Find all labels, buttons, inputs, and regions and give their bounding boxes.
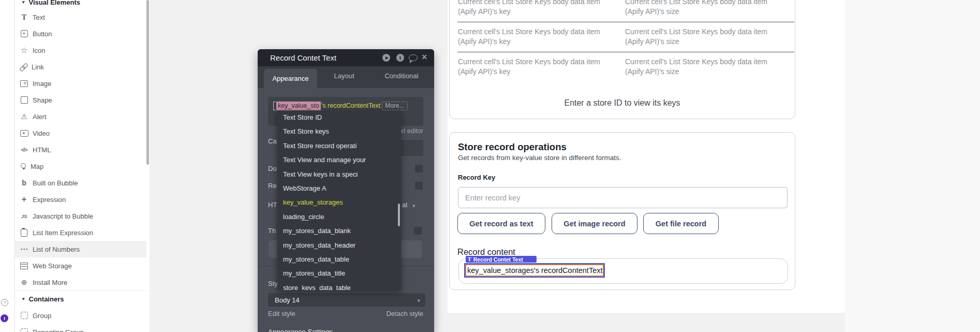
row-divider: [457, 52, 794, 52]
dropdown-scrollbar[interactable]: [398, 204, 400, 226]
dropdown-option[interactable]: WebStorage A: [277, 181, 401, 195]
selected-text-element[interactable]: key_value_storages's recordContentText: [465, 264, 604, 277]
sidebar-item-web-storage[interactable]: Web Storage: [15, 257, 146, 274]
text-icon: [20, 13, 28, 22]
dropdown-option[interactable]: Text Store record operati: [277, 139, 401, 153]
sidebar-item-built-on-bubble[interactable]: Built on Bubble: [15, 175, 146, 191]
video-icon: [20, 129, 28, 138]
dots-icon: [20, 245, 28, 254]
get-image-record-button[interactable]: Get image record: [552, 213, 637, 234]
sidebar-item-map[interactable]: Map: [15, 158, 146, 175]
html-tag-select-value[interactable]: al: [402, 201, 407, 209]
checkbox[interactable]: [415, 165, 423, 172]
rg-cell-size[interactable]: Current cell's List Store Keys body data…: [625, 57, 792, 77]
tab-layout[interactable]: Layout: [321, 72, 367, 80]
canvas-background-right: [845, 0, 980, 332]
sidebar-item-list-of-numbers[interactable]: List of Numbers: [15, 241, 146, 257]
dropdown-option-highlighted[interactable]: key_value_storages: [277, 195, 401, 209]
chevron-down-icon[interactable]: [412, 200, 415, 210]
dropdown-option[interactable]: my_stores_data_title: [277, 266, 401, 280]
sidebar-item-javascript-to-bubble[interactable]: Javascript to Bubble: [15, 208, 146, 224]
get-file-record-button[interactable]: Get file record: [643, 213, 719, 234]
dropdown-option[interactable]: Text Store ID: [277, 110, 401, 124]
dropdown-option[interactable]: store_keys_data_table: [277, 281, 401, 290]
selected-element-badge[interactable]: T Record Contet Text: [466, 256, 537, 263]
intercom-icon[interactable]: I: [1, 314, 8, 322]
field-label-do: Do: [268, 165, 277, 172]
dropdown-option[interactable]: loading_circle: [277, 210, 401, 224]
field-label-ca: Ca: [268, 137, 277, 145]
sidebar-item-video[interactable]: Video: [15, 125, 146, 141]
expression-rest[interactable]: 's recordContentText: [321, 102, 380, 109]
sidebar-item-group[interactable]: Group: [15, 307, 146, 324]
get-record-as-text-button[interactable]: Get record as text: [457, 213, 545, 234]
field-label-ht: HT: [268, 201, 277, 209]
comment-icon[interactable]: [409, 54, 418, 61]
checkbox[interactable]: [414, 227, 422, 235]
image-icon: [20, 79, 28, 88]
rg-cell-key[interactable]: Current cell's List Store Keys body data…: [458, 0, 625, 17]
preview-play-icon[interactable]: [382, 54, 390, 62]
style-section-label: Sty: [268, 280, 278, 287]
empty-state-message: Enter a store ID to view its keys: [449, 98, 795, 108]
field-label-re: Re: [268, 182, 277, 190]
detach-style-link[interactable]: Detach style: [386, 310, 423, 317]
help-icon[interactable]: ?: [1, 299, 8, 306]
install-plus-icon: [20, 278, 28, 287]
sidebar-item-list-item-expression[interactable]: List Item Expression: [15, 224, 146, 241]
style-select[interactable]: Body 14: [268, 293, 425, 307]
map-pin-icon: [20, 163, 26, 170]
sidebar-scrollbar[interactable]: [146, 0, 149, 165]
property-editor-panel: Record Contet Text × Appearance Layout C…: [258, 49, 434, 332]
sidebar-item-icon[interactable]: Icon: [15, 42, 146, 59]
sidebar-item-image[interactable]: Image: [15, 75, 146, 92]
alert-icon: [20, 112, 28, 121]
edit-style-link[interactable]: Edit style: [268, 310, 295, 317]
dropdown-option[interactable]: my_stores_data_header: [277, 238, 401, 252]
link-icon: [20, 63, 27, 71]
dropdown-option[interactable]: Text Store keys: [277, 124, 401, 138]
group-icon: [20, 311, 28, 320]
info-icon[interactable]: [396, 54, 404, 62]
record-key-label: Record Key: [458, 174, 495, 181]
card-subtitle: Get records from key-value store in diff…: [458, 154, 621, 162]
sidebar-item-repeating-group[interactable]: Repeating Group: [15, 324, 146, 332]
plus-icon: [20, 195, 28, 204]
sidebar-item-install-more[interactable]: Install More: [15, 274, 146, 291]
sidebar-item-link[interactable]: Link: [15, 59, 146, 75]
checkbox[interactable]: [415, 182, 423, 190]
dropdown-option[interactable]: Text View and manage your: [277, 153, 401, 167]
js-icon: [20, 212, 28, 221]
chevron-down-icon: [417, 295, 420, 305]
text-element-icon: T: [468, 257, 471, 262]
sidebar-item-alert[interactable]: Alert: [15, 108, 146, 125]
rg-cell-size[interactable]: Current cell's List Store Keys body data…: [625, 27, 792, 47]
dropdown-option[interactable]: my_stores_data_blank: [277, 224, 401, 238]
selected-expression-token[interactable]: key_value_sto: [276, 102, 321, 110]
sidebar-item-text[interactable]: Text: [15, 9, 146, 25]
rg-cell-key[interactable]: Current cell's List Store Keys body data…: [458, 27, 625, 47]
tab-conditional[interactable]: Conditional: [378, 72, 425, 80]
dropdown-option[interactable]: Text View keys in a speci: [277, 167, 401, 181]
autocomplete-dropdown: Text Store ID Text Store keys Text Store…: [277, 110, 401, 290]
rg-cell-size[interactable]: Current cell's List Store Keys body data…: [625, 0, 792, 17]
record-key-input[interactable]: [458, 187, 788, 208]
more-button[interactable]: More...: [382, 102, 407, 110]
shape-icon: [20, 96, 28, 105]
tab-appearance[interactable]: Appearance: [264, 69, 317, 88]
expression-line[interactable]: key_value_sto 's recordContentText More.…: [273, 100, 408, 111]
close-icon[interactable]: ×: [422, 52, 427, 63]
sidebar-item-button[interactable]: Button: [15, 25, 146, 42]
rg-cell-key[interactable]: Current cell's List Store Keys body data…: [458, 57, 625, 77]
sidebar-item-html[interactable]: HTML: [15, 141, 146, 158]
chevron-down-icon: ▾: [22, 0, 25, 5]
dropdown-option[interactable]: my_stores_data_table: [277, 252, 401, 266]
sidebar-item-expression[interactable]: Expression: [15, 191, 146, 208]
card-title: Store record operations: [458, 141, 567, 153]
panel-title: Record Contet Text: [270, 53, 336, 62]
section-containers[interactable]: ▾ Containers: [15, 291, 146, 307]
sidebar-item-shape[interactable]: Shape: [15, 92, 146, 108]
advanced-text-editor-link[interactable]: xt editor: [400, 127, 423, 135]
html-icon: [20, 146, 28, 154]
repeating-group-icon: [20, 328, 28, 332]
